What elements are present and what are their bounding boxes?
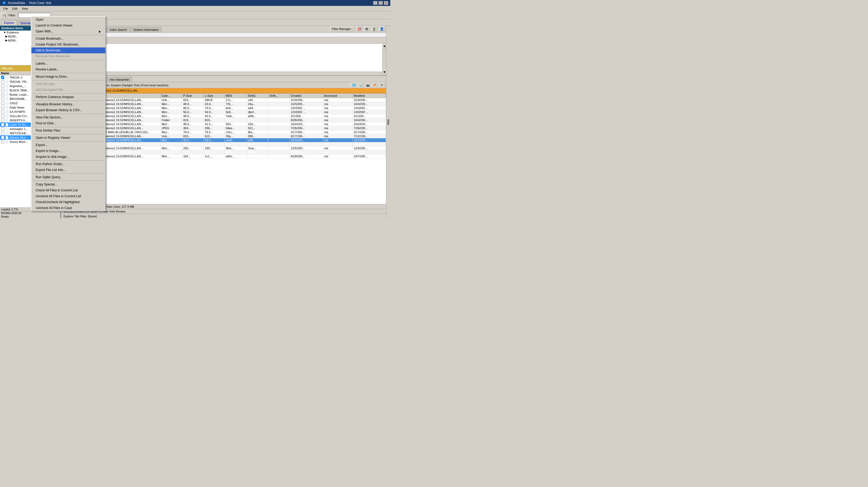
scroll-up-btn[interactable]: ▲ <box>382 44 386 49</box>
ctx-create-bookmark[interactable]: Create Bookmark... <box>31 36 105 41</box>
ctx-uncheck-all-case[interactable]: Uncheck All Files in Case <box>31 205 105 211</box>
file-checkbox-brookme[interactable] <box>1 97 4 100</box>
ctx-open-with[interactable]: Open With... ▶ <box>31 28 105 34</box>
file-checkbox-inserts[interactable] <box>1 119 4 122</box>
col-cate[interactable]: Cate... <box>160 94 182 98</box>
tab-explore[interactable]: Explore <box>1 20 17 26</box>
ctx-cerberus[interactable]: Perform Cerberus Analysis <box>31 94 105 100</box>
table-row[interactable]: NAME [FAT16]/[root]/Desktopitems2.19.02/… <box>62 118 386 122</box>
table-row[interactable]: NAME [FAT16]/[root]/Desktopitems2.19.02/… <box>62 114 386 118</box>
file-checkbox-letter[interactable] <box>1 123 4 126</box>
file-checkbox-nietzsche[interactable] <box>1 132 4 135</box>
ctx-export-image[interactable]: Export to Image... <box>31 148 105 154</box>
ctx-find-disk[interactable]: Find on Disk... <box>31 120 105 126</box>
tab-hex-interpreter[interactable]: Hex Interpreter <box>107 77 132 82</box>
file-checkbox-exnymph[interactable] <box>1 110 4 113</box>
file-checkbox-bowie[interactable] <box>1 93 4 96</box>
ctx-registry-viewer[interactable]: Open in Registry Viewer <box>31 135 105 141</box>
table-icon-close[interactable]: ✕ <box>378 82 385 88</box>
table-icon-wifi[interactable]: 📡 <box>358 82 364 88</box>
ctx-export[interactable]: Export... <box>31 142 105 148</box>
ctx-export-browser-csv[interactable]: Export Browser History to CSV... <box>31 107 105 113</box>
minimize-button[interactable]: ─ <box>373 1 377 5</box>
ctx-run-python[interactable]: Run Python Script... <box>31 161 105 167</box>
table-icon-camera[interactable]: 📷 <box>365 82 371 88</box>
file-checkbox-sonny[interactable] <box>1 140 4 143</box>
table-row[interactable]: AD MAN BLUES [HFS]/DEAD MAN BLUES/BLUE C… <box>62 130 386 134</box>
col-psize[interactable]: P-Size <box>182 94 204 98</box>
ctx-create-vic-bookmark[interactable]: Create Project VIC Bookmark... <box>31 41 105 47</box>
ctx-find-similar[interactable]: Find Similar Files <box>31 128 105 133</box>
maximize-button[interactable]: □ <box>378 1 383 5</box>
filter-manager-btn[interactable]: Filter Manager... <box>330 26 355 32</box>
ctx-acquire-disk[interactable]: Acquire to disk image... <box>31 154 105 160</box>
tab-system-info[interactable]: System Information <box>130 27 162 32</box>
col-md5[interactable]: MD5 <box>225 94 247 98</box>
file-name-brookme: BROOKME... <box>10 97 27 100</box>
bottom-tabs: Natural Content Properties Hex Interpret… <box>61 76 386 82</box>
table-icon-web[interactable]: 🌐 <box>351 82 357 88</box>
icon-target[interactable]: 🎯 <box>356 26 363 32</box>
ctx-mount-image[interactable]: Mount Image to Drive... <box>31 74 105 79</box>
ctx-visualize-browser[interactable]: Visualize Browser History... <box>31 101 105 107</box>
ctx-uncheck-all[interactable]: Uncheck All Files in Current List <box>31 193 105 199</box>
file-checkbox-blackswa[interactable] <box>1 89 4 92</box>
nav-icon-1[interactable]: ◁ <box>1 12 7 18</box>
close-button[interactable]: ✕ <box>384 1 388 5</box>
file-checkbox-racial1[interactable] <box>1 76 4 79</box>
file-checkbox-cruz[interactable] <box>1 102 4 105</box>
file-icon-dailynews: 📄 <box>5 106 9 109</box>
table-row[interactable]: NAME [FAT16]/[root]/Desktopitems2.19.02/… <box>62 102 386 106</box>
web-panel-label[interactable]: Web <box>387 119 390 125</box>
upper-scrollbar[interactable]: ▲ ▼ <box>382 44 386 75</box>
table-row[interactable]: NAME [FAT16]/[root]/Desktopitems2.19.02/… <box>62 98 386 102</box>
ctx-review-labels[interactable]: Review Labels... <box>31 66 105 72</box>
ctx-review-labels-label: Review Labels... <box>36 68 59 71</box>
table-row[interactable]: NAME [FAT16]/[root]/Desktopitems2.19.02/… <box>62 142 386 147</box>
icon-person[interactable]: 👤 <box>378 26 385 32</box>
menu-file[interactable]: File <box>1 6 10 11</box>
menu-view[interactable]: View <box>20 6 30 11</box>
col-lsize[interactable]: L-Size <box>204 94 224 98</box>
table-row[interactable]: NAME [FAT16]/[root]/Desktopitems2.19.02/… <box>62 138 386 142</box>
table-row[interactable]: NAME [FAT16]/[root]/Desktopitems2.19.02/… <box>62 110 386 114</box>
file-checkbox-slavery[interactable] <box>1 136 4 139</box>
table-row[interactable]: NAME [FAT16]/[root]/Desktopitems2.19.02/… <box>62 147 386 150</box>
col-accessed[interactable]: Accessed <box>323 94 352 98</box>
ctx-copy-special[interactable]: Copy Special... <box>31 182 105 187</box>
ctx-add-bookmark[interactable]: Add to Bookmark... <box>31 47 105 53</box>
file-checkbox-dailynews[interactable] <box>1 106 4 109</box>
col-created[interactable]: Created <box>289 94 323 98</box>
col-sha1[interactable]: SHA1 <box>247 94 268 98</box>
scroll-down-btn[interactable]: ▼ <box>382 70 386 75</box>
file-checkbox-messages[interactable] <box>1 127 4 131</box>
ctx-check-uncheck-highlighted[interactable]: Check/Uncheck All Highlighted <box>31 199 105 205</box>
table-row[interactable]: NAME [FAT16]/[root]/Desktopitems2.19.02/… <box>62 122 386 126</box>
table-row[interactable]: NAME [FAT16]/[root]/Desktopitems2.19.02/… <box>62 150 386 154</box>
ctx-check-all-label: Check All Files in Current List <box>36 188 78 192</box>
ctx-check-all[interactable]: Check All Files in Current List <box>31 187 105 193</box>
upper-hscrollbar[interactable]: ◀ ▶ <box>61 71 382 75</box>
scroll-right-btn[interactable]: ▶ <box>377 75 382 76</box>
col-modified[interactable]: Modified <box>352 94 386 98</box>
col-sha256[interactable]: SHA... <box>268 94 289 98</box>
tree-m299-1-label: M299... <box>8 35 18 38</box>
ctx-sqlite-query[interactable]: Run Sqlite Query... <box>31 174 105 180</box>
ctx-open[interactable]: Open <box>31 17 105 23</box>
table-icon-fire[interactable]: 🔥 <box>372 82 378 88</box>
ctx-labels[interactable]: Labels... <box>31 61 105 66</box>
ctx-export-filelist[interactable]: Export File List Info... <box>31 167 105 173</box>
menu-edit[interactable]: Edit <box>10 6 20 11</box>
table-row[interactable]: NAME [FAT16]/[root]/Desktopitems2.19.02/… <box>62 106 386 110</box>
file-checkbox-gullah[interactable] <box>1 115 4 118</box>
file-checkbox-racial2[interactable] <box>1 80 4 83</box>
icon-bracket[interactable]: [] <box>371 26 377 32</box>
ctx-view-sectors[interactable]: View File Sectors... <box>31 115 105 120</box>
table-row[interactable]: NAME [FAT16]/[root]/Desktopitems2.19.02/… <box>62 126 386 130</box>
ctx-launch-content-viewer[interactable]: Launch in Content Viewer <box>31 23 105 28</box>
file-checkbox-argentina[interactable] <box>1 85 4 88</box>
table-row[interactable]: NAME [FAT16]/[root]/Desktopitems2.19.02/… <box>62 134 386 138</box>
tab-index-search[interactable]: Index Search <box>107 27 130 32</box>
icon-grid[interactable]: ⊞ <box>364 26 370 32</box>
table-row[interactable]: NAME [FAT16]/[root]/Desktopitems2.19.02/… <box>62 154 386 158</box>
